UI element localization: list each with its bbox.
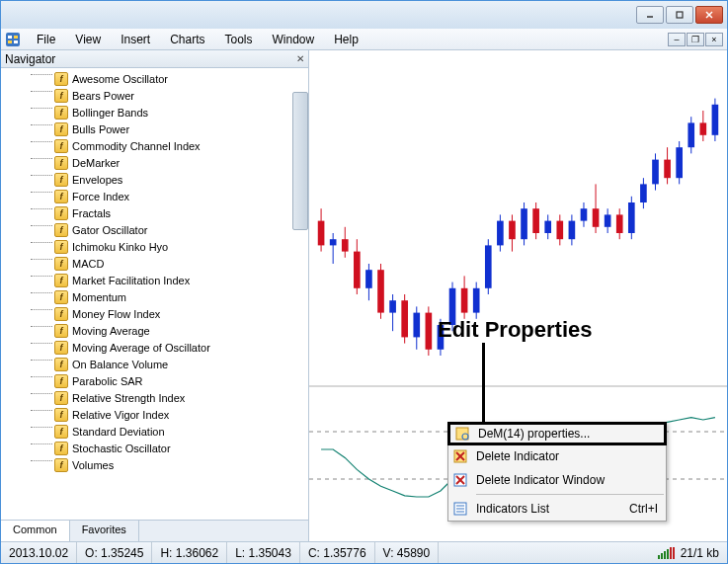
tree-item[interactable]: fMoney Flow Index: [1, 305, 308, 322]
tree-item[interactable]: fMACD: [1, 255, 308, 272]
ctx-properties-label: DeM(14) properties...: [478, 427, 590, 441]
navigator-title-text: Navigator: [5, 52, 55, 66]
svg-rect-32: [449, 288, 456, 325]
indicator-icon: f: [54, 72, 68, 86]
svg-rect-46: [532, 208, 539, 233]
indicator-icon: f: [54, 223, 68, 237]
tree-item[interactable]: fBears Power: [1, 87, 308, 104]
delete-window-icon: [452, 472, 468, 488]
tree-item[interactable]: fEnvelopes: [1, 171, 308, 188]
tree-item[interactable]: fStochastic Oscillator: [1, 440, 308, 456]
ctx-delete-indicator[interactable]: Delete Indicator: [448, 444, 666, 468]
connection-bars-icon: [658, 547, 675, 559]
indicator-icon: f: [54, 257, 68, 271]
ctx-delete-indicator-label: Delete Indicator: [476, 449, 559, 463]
tree-item[interactable]: fGator Oscillator: [1, 221, 308, 238]
menu-window[interactable]: Window: [263, 31, 325, 48]
indicator-icon: f: [54, 206, 68, 220]
tree-item[interactable]: fFractals: [1, 204, 308, 221]
svg-rect-48: [544, 221, 551, 233]
indicator-icon: f: [54, 408, 68, 422]
menu-file[interactable]: File: [27, 31, 65, 48]
tree-item[interactable]: fOn Balance Volume: [1, 356, 308, 372]
tree-item[interactable]: fAwesome Oscillator: [1, 70, 308, 87]
svg-rect-58: [605, 214, 611, 226]
navigator-panel: Navigator ✕ fAwesome OscillatorfBears Po…: [1, 50, 309, 541]
tree-item[interactable]: fMoving Average of Oscillator: [1, 339, 308, 356]
close-button[interactable]: [695, 6, 723, 24]
indicator-icon: f: [54, 190, 68, 203]
mdi-close-button[interactable]: ×: [705, 33, 723, 46]
tree-item[interactable]: fStandard Deviation: [1, 423, 308, 440]
svg-rect-7: [8, 40, 12, 43]
indicator-icon: f: [54, 173, 68, 187]
tree-item[interactable]: fVolumes: [1, 456, 308, 473]
maximize-button[interactable]: [666, 6, 693, 24]
tree-item[interactable]: fBulls Power: [1, 121, 308, 137]
svg-rect-76: [712, 105, 719, 135]
tree-item[interactable]: fMoving Average: [1, 322, 308, 339]
tree-item-label: Bulls Power: [72, 123, 129, 135]
tree-item-label: Bollinger Bands: [72, 107, 148, 119]
tree-item-label: Stochastic Oscillator: [72, 443, 171, 454]
tree-item-label: Moving Average of Oscillator: [72, 342, 210, 354]
menu-tools[interactable]: Tools: [215, 31, 263, 48]
ctx-delete-window[interactable]: Delete Indicator Window: [448, 468, 666, 492]
tree-item-label: Market Facilitation Index: [72, 275, 190, 286]
tree-item[interactable]: fIchimoku Kinko Hyo: [1, 238, 308, 255]
ctx-indicators-list-shortcut: Ctrl+I: [629, 502, 658, 516]
svg-rect-24: [401, 300, 408, 337]
indicator-icon: f: [54, 240, 68, 254]
tree-item[interactable]: fCommodity Channel Index: [1, 137, 308, 154]
tree-item-label: Gator Oscillator: [72, 224, 147, 236]
svg-rect-10: [318, 221, 325, 246]
ctx-indicators-list[interactable]: Indicators List Ctrl+I: [448, 497, 666, 521]
chart-area[interactable]: Edit Properties DeM(14) properties... De…: [309, 50, 727, 541]
svg-rect-50: [556, 221, 563, 240]
tree-item[interactable]: fForce Index: [1, 188, 308, 204]
svg-rect-5: [8, 36, 12, 39]
tree-item[interactable]: fRelative Vigor Index: [1, 406, 308, 423]
svg-rect-38: [485, 245, 492, 287]
svg-rect-34: [461, 288, 468, 313]
navigator-title: Navigator ✕: [1, 50, 308, 68]
mdi-restore-button[interactable]: ❐: [687, 33, 704, 46]
menu-insert[interactable]: Insert: [111, 31, 160, 48]
navigator-close-icon[interactable]: ✕: [296, 53, 304, 64]
menu-help[interactable]: Help: [324, 31, 368, 48]
svg-rect-36: [473, 288, 480, 313]
ctx-properties[interactable]: DeM(14) properties...: [447, 422, 667, 445]
tree-item[interactable]: fBollinger Bands: [1, 104, 308, 121]
navigator-tree[interactable]: fAwesome OscillatorfBears PowerfBollinge…: [1, 68, 308, 520]
svg-rect-62: [628, 202, 635, 233]
tree-item[interactable]: fMomentum: [1, 288, 308, 305]
svg-rect-20: [377, 270, 384, 312]
tab-common[interactable]: Common: [1, 521, 70, 541]
minimize-button[interactable]: [636, 6, 664, 24]
svg-rect-52: [569, 221, 576, 240]
indicator-icon: f: [54, 358, 68, 371]
svg-rect-1: [677, 12, 683, 18]
tree-item[interactable]: fParabolic SAR: [1, 372, 308, 389]
svg-rect-16: [354, 252, 361, 288]
mdi-minimize-button[interactable]: –: [668, 33, 686, 46]
indicator-icon: f: [54, 442, 68, 455]
statusbar: 2013.10.02 O: 1.35245 H: 1.36062 L: 1.35…: [1, 541, 727, 563]
indicator-icon: f: [54, 374, 68, 388]
tree-item-label: On Balance Volume: [72, 359, 168, 370]
status-open: O: 1.35245: [77, 542, 152, 563]
tree-item-label: Volumes: [72, 459, 114, 471]
tree-item-label: Force Index: [72, 191, 129, 202]
indicator-icon: f: [54, 122, 68, 136]
menu-view[interactable]: View: [65, 31, 111, 48]
scrollbar-thumb[interactable]: [292, 92, 308, 230]
ctx-separator: [476, 494, 664, 495]
menu-charts[interactable]: Charts: [160, 31, 214, 48]
ctx-delete-window-label: Delete Indicator Window: [476, 473, 605, 487]
status-date: 2013.10.02: [1, 542, 77, 563]
tab-favorites[interactable]: Favorites: [70, 521, 139, 541]
tree-item[interactable]: fRelative Strength Index: [1, 389, 308, 406]
svg-rect-66: [652, 160, 659, 185]
tree-item[interactable]: fDeMarker: [1, 154, 308, 171]
tree-item[interactable]: fMarket Facilitation Index: [1, 272, 308, 288]
